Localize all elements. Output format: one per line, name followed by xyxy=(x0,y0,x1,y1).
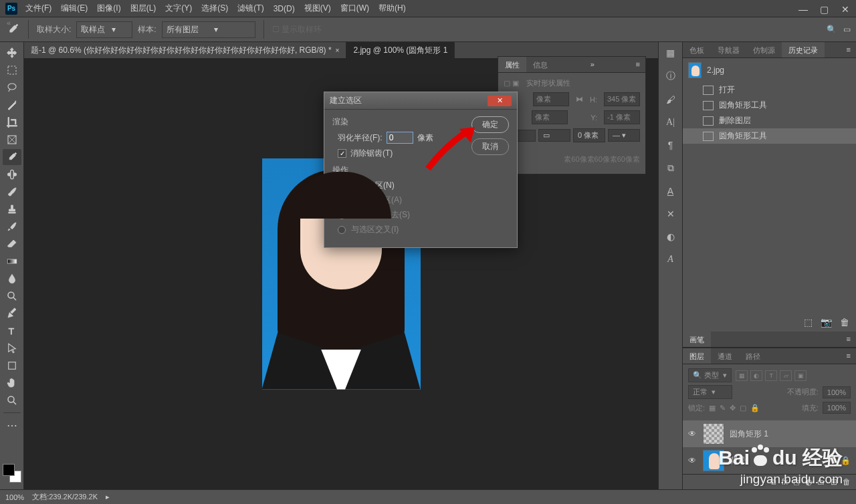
blur-tool[interactable] xyxy=(3,271,21,287)
link-icon[interactable]: ⧓ xyxy=(576,95,583,104)
w-field[interactable]: 像素 xyxy=(533,92,569,106)
menu-select[interactable]: 选择(S) xyxy=(201,3,228,14)
tab-info[interactable]: 信息 xyxy=(526,57,554,72)
filter-type-select[interactable]: 🔍 类型 ▾ xyxy=(688,368,732,382)
history-brush-tool[interactable] xyxy=(3,219,21,235)
color-swatch[interactable] xyxy=(3,464,21,483)
flyout-handle[interactable]: « xyxy=(7,19,11,27)
panel-menu-icon[interactable]: ≡ xyxy=(631,57,645,72)
h-field[interactable]: 345 像素 xyxy=(604,92,640,106)
tab-clone[interactable]: 仿制源 xyxy=(746,42,782,57)
panel-menu-icon[interactable]: ≡ xyxy=(841,42,856,57)
menu-file[interactable]: 文件(F) xyxy=(25,3,51,14)
blend-mode-select[interactable]: 正常 ▾ xyxy=(688,385,732,399)
history-thumb[interactable] xyxy=(688,62,702,78)
stroke-style[interactable]: — ▾ xyxy=(608,129,640,142)
move-tool[interactable] xyxy=(3,45,21,61)
doc-tab-1[interactable]: 题-1 @ 60.6% (你好你好你好你好你好你好你好你好你好你好你好你好你好,… xyxy=(24,42,346,58)
lock-pixels-icon[interactable]: ▦ xyxy=(709,404,716,412)
lock-artboard-icon[interactable]: ▢ xyxy=(740,404,746,412)
cancel-button[interactable]: 取消 xyxy=(471,138,509,155)
antialias-checkbox[interactable]: ✓ xyxy=(338,149,346,158)
tab-brushes[interactable]: 画笔 xyxy=(683,332,711,347)
layer-thumb[interactable] xyxy=(703,423,724,445)
tab-layers[interactable]: 图层 xyxy=(683,348,711,364)
menu-image[interactable]: 图像(I) xyxy=(97,3,120,14)
menu-3d[interactable]: 3D(D) xyxy=(274,4,295,13)
tab-channels[interactable]: 通道 xyxy=(711,348,739,364)
style-icon[interactable]: A xyxy=(667,254,673,265)
crop-tool[interactable] xyxy=(3,114,21,130)
path-select-tool[interactable] xyxy=(3,340,21,356)
show-ring-checkbox[interactable]: ☐ 显示取样环 xyxy=(272,24,322,35)
status-arrow-icon[interactable]: ▸ xyxy=(106,493,110,501)
menu-help[interactable]: 帮助(H) xyxy=(379,3,406,14)
type-tool[interactable]: T xyxy=(3,323,21,339)
zoom-level[interactable]: 100% xyxy=(5,493,24,501)
filter-pixel-icon[interactable]: ▦ xyxy=(736,370,748,381)
menu-text[interactable]: 文字(Y) xyxy=(165,3,192,14)
visibility-icon[interactable]: 👁 xyxy=(688,429,698,438)
stroke-color[interactable]: ▭ xyxy=(538,129,570,142)
menu-filter[interactable]: 滤镜(T) xyxy=(237,3,263,14)
history-item[interactable]: 圆角矩形工具 xyxy=(683,98,856,113)
y-field[interactable]: -1 像素 xyxy=(604,110,640,124)
para-icon[interactable]: ¶ xyxy=(668,140,673,150)
tab-paths[interactable]: 路径 xyxy=(739,348,767,364)
dialog-close-button[interactable]: ✕ xyxy=(488,96,512,106)
eyedropper-tool[interactable] xyxy=(3,149,21,165)
trash-icon[interactable]: 🗑 xyxy=(840,317,849,328)
brush-tool[interactable] xyxy=(3,184,21,200)
lock-move-icon[interactable]: ✥ xyxy=(730,404,736,412)
gradient-tool[interactable] xyxy=(3,253,21,269)
stroke-width[interactable]: 0 像素 xyxy=(573,128,605,142)
adjust-icon[interactable]: ✕ xyxy=(667,209,675,219)
heal-tool[interactable] xyxy=(3,166,21,182)
new-snapshot-icon[interactable]: ⬚ xyxy=(804,317,813,328)
menu-window[interactable]: 窗口(W) xyxy=(340,3,369,14)
panel-menu-icon[interactable]: ≡ xyxy=(841,348,856,364)
history-item[interactable]: 打开 xyxy=(683,82,856,98)
sample-size-select[interactable]: 取样点 ▾ xyxy=(76,21,132,38)
eraser-tool[interactable] xyxy=(3,236,21,252)
menu-edit[interactable]: 编辑(E) xyxy=(61,3,88,14)
feather-input[interactable] xyxy=(387,132,413,144)
delete-icon[interactable]: 🗑 xyxy=(843,477,851,487)
glyph-icon[interactable]: A xyxy=(667,186,673,197)
layer-name[interactable]: 圆角矩形 1 xyxy=(730,428,768,440)
maximize-icon[interactable]: ▢ xyxy=(820,4,829,13)
camera-icon[interactable]: 📷 xyxy=(821,317,832,328)
wand-tool[interactable] xyxy=(3,97,21,113)
menu-view[interactable]: 视图(V) xyxy=(304,3,331,14)
tab-navigator[interactable]: 导航器 xyxy=(711,42,746,57)
info-icon[interactable]: ⓘ xyxy=(666,70,675,82)
ok-button[interactable]: 确定 xyxy=(471,116,509,133)
hand-tool[interactable] xyxy=(3,375,21,391)
stamp-tool[interactable] xyxy=(3,201,21,217)
search-icon[interactable]: 🔍 xyxy=(827,25,837,34)
shape-tool[interactable] xyxy=(3,358,21,374)
workspace-icon[interactable]: ▭ xyxy=(843,25,851,34)
char-icon[interactable]: A| xyxy=(666,117,675,128)
libs-icon[interactable]: ⧉ xyxy=(667,162,674,174)
edit-toolbar[interactable]: ⋯ xyxy=(3,417,21,433)
filter-shape-icon[interactable]: ▱ xyxy=(780,370,792,381)
marquee-tool[interactable] xyxy=(3,62,21,78)
cc-icon[interactable]: ◐ xyxy=(667,231,675,242)
lock-all-icon[interactable]: 🔒 xyxy=(750,404,760,412)
collapse-icon[interactable]: » xyxy=(585,57,600,72)
dodge-tool[interactable] xyxy=(3,288,21,304)
menu-layer[interactable]: 图层(L) xyxy=(130,3,156,14)
filter-smart-icon[interactable]: ▣ xyxy=(794,370,807,381)
visibility-icon[interactable]: 👁 xyxy=(688,456,698,465)
layer-item[interactable]: 👁 圆角矩形 1 xyxy=(683,420,856,447)
tab-close-icon[interactable]: × xyxy=(336,47,340,54)
x-field[interactable]: 像素 xyxy=(532,110,568,124)
zoom-tool[interactable] xyxy=(3,392,21,408)
history-item[interactable]: 圆角矩形工具 xyxy=(683,128,856,144)
brush-mini-icon[interactable]: 🖌 xyxy=(666,94,675,105)
filter-adjust-icon[interactable]: ◐ xyxy=(750,370,762,381)
pen-tool[interactable] xyxy=(3,305,21,322)
3d-icon[interactable]: ▦ xyxy=(666,47,675,58)
filter-type-icon[interactable]: T xyxy=(765,370,777,381)
